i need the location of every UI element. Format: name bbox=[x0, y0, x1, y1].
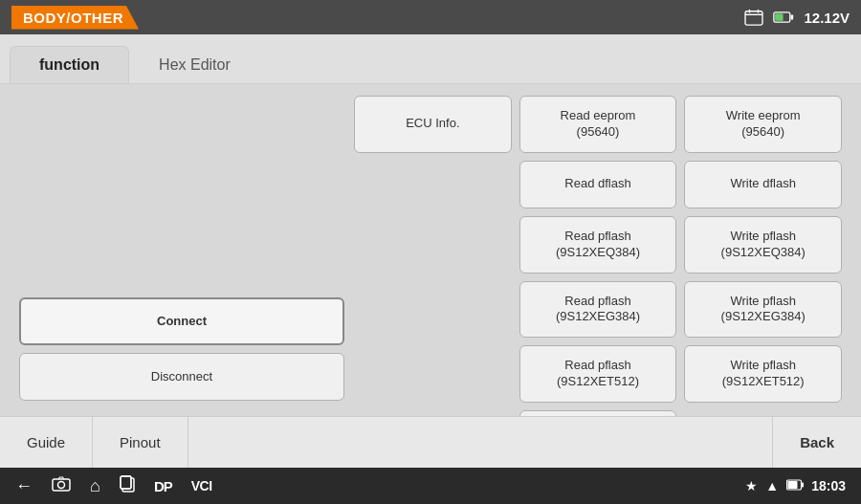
voltage-display: 12.12V bbox=[804, 10, 850, 26]
read-pflash-xeq384-button[interactable]: Read pflash(9S12XEQ384) bbox=[519, 216, 677, 274]
guide-button[interactable]: Guide bbox=[0, 417, 93, 469]
system-bar: ← ⌂ DP VCI ★ ▲ bbox=[0, 468, 861, 504]
ecu-info-button[interactable]: ECU Info. bbox=[354, 96, 512, 153]
read-eeprom-95640-button[interactable]: Read eeprom(95640) bbox=[519, 96, 677, 153]
right-panel: ECU Info. Read eeprom(95640) Write eepro… bbox=[354, 96, 842, 405]
dp-logo-icon[interactable]: DP bbox=[154, 478, 172, 494]
svg-rect-6 bbox=[791, 14, 794, 19]
battery-icon bbox=[773, 10, 794, 25]
system-bar-left: ← ⌂ DP VCI bbox=[15, 475, 212, 497]
page-title: BODY/OTHER bbox=[11, 6, 139, 30]
svg-rect-10 bbox=[121, 476, 131, 489]
home-icon[interactable]: ⌂ bbox=[90, 476, 100, 496]
button-row-3: Read pflash(9S12XEQ384) Write pflash(9S1… bbox=[354, 216, 842, 274]
tabs-bar: function Hex Editor bbox=[0, 34, 861, 84]
pinout-button[interactable]: Pinout bbox=[93, 417, 188, 469]
button-row-2: Read dflash Write dflash bbox=[354, 161, 842, 208]
write-eeprom-95640-button[interactable]: Write eeprom(95640) bbox=[684, 96, 842, 153]
main-content: Connect Disconnect ECU Info. Read eeprom… bbox=[0, 84, 861, 416]
connect-button[interactable]: Connect bbox=[19, 297, 344, 345]
tab-hex-editor[interactable]: Hex Editor bbox=[129, 46, 260, 83]
button-row-1: ECU Info. Read eeprom(95640) Write eepro… bbox=[354, 96, 842, 153]
system-bar-right: ★ ▲ 18:03 bbox=[745, 478, 846, 493]
bluetooth-icon: ★ bbox=[745, 478, 758, 493]
read-pflash-xeg384-button[interactable]: Read pflash(9S12XEG384) bbox=[519, 281, 677, 339]
button-row-5: Read pflash(9S12XET512) Write pflash(9S1… bbox=[354, 345, 842, 403]
calendar-icon bbox=[744, 9, 763, 26]
svg-rect-13 bbox=[788, 481, 798, 489]
write-dflash-button[interactable]: Write dflash bbox=[684, 161, 842, 208]
write-pflash-xeq384-button[interactable]: Write pflash(9S12XEQ384) bbox=[684, 216, 842, 274]
svg-point-8 bbox=[58, 481, 65, 488]
bottom-bar: Guide Pinout Back bbox=[0, 416, 861, 468]
svg-rect-14 bbox=[802, 482, 804, 487]
tab-function[interactable]: function bbox=[10, 46, 129, 83]
top-bar: BODY/OTHER 12.12V bbox=[0, 0, 861, 34]
camera-icon[interactable] bbox=[52, 476, 71, 496]
button-row-4: Read pflash(9S12XEG384) Write pflash(9S1… bbox=[354, 281, 842, 339]
back-button[interactable]: Back bbox=[772, 417, 861, 469]
read-pflash-xet512-button[interactable]: Read pflash(9S12XET512) bbox=[519, 345, 677, 403]
left-action-buttons: Connect Disconnect bbox=[19, 297, 344, 401]
svg-rect-5 bbox=[776, 13, 784, 21]
top-bar-right: 12.12V bbox=[744, 9, 850, 26]
svg-rect-0 bbox=[745, 11, 762, 25]
write-pflash-xeg384-button[interactable]: Write pflash(9S12XEG384) bbox=[684, 281, 842, 339]
battery-small-icon bbox=[786, 479, 804, 493]
disconnect-button[interactable]: Disconnect bbox=[19, 353, 344, 401]
left-panel: Connect Disconnect bbox=[19, 96, 344, 405]
write-pflash-xet512-button[interactable]: Write pflash(9S12XET512) bbox=[684, 345, 842, 403]
bottom-nav-buttons: Guide Pinout bbox=[0, 417, 188, 469]
copy-icon[interactable] bbox=[120, 475, 135, 497]
vci-logo-icon[interactable]: VCI bbox=[191, 478, 212, 493]
system-time: 18:03 bbox=[811, 478, 846, 493]
wifi-icon: ▲ bbox=[765, 478, 779, 493]
back-arrow-icon[interactable]: ← bbox=[15, 476, 33, 496]
read-dflash-button[interactable]: Read dflash bbox=[519, 161, 677, 208]
